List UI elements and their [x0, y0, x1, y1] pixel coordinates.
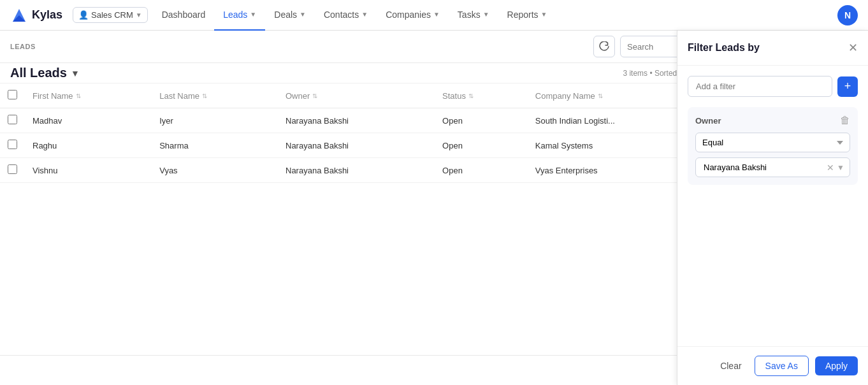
page: LEADS — [0, 31, 868, 385]
header-checkbox-cell[interactable] — [0, 84, 25, 108]
nav-items: Dashboard Leads ▼ Deals ▼ Contacts ▼ Com… — [153, 0, 832, 31]
cell-first-name: Vishnu — [25, 158, 152, 183]
cell-last-name: Iyer — [152, 108, 278, 133]
logo-text: Kylas — [32, 8, 62, 22]
crm-chevron-icon: ▼ — [136, 11, 142, 18]
row-checkbox-cell[interactable] — [0, 133, 25, 158]
logo[interactable]: Kylas — [10, 6, 62, 24]
companies-chevron-icon: ▼ — [433, 11, 440, 18]
col-status-sort-icon[interactable]: ⇅ — [468, 92, 474, 99]
col-status: Status ⇅ — [435, 84, 528, 108]
nav-item-leads[interactable]: Leads ▼ — [214, 0, 265, 31]
filter-section-title: Owner — [695, 116, 721, 126]
reports-chevron-icon: ▼ — [541, 11, 547, 18]
filter-apply-button[interactable]: Apply — [815, 356, 858, 375]
all-leads-label: All Leads — [10, 66, 67, 80]
col-first-name-label: First Name — [33, 91, 73, 101]
add-filter-button[interactable]: + — [837, 76, 858, 97]
select-all-checkbox[interactable] — [8, 90, 17, 99]
nav-item-deals[interactable]: Deals ▼ — [265, 0, 315, 31]
col-owner: Owner ⇅ — [278, 84, 435, 108]
nav-item-reports[interactable]: Reports ▼ — [498, 0, 556, 31]
filter-body: + Owner 🗑 Equal Not Equal ✕ ▼ — [677, 66, 868, 346]
col-company-label: Company Name — [535, 91, 595, 101]
cell-status: Open — [435, 158, 528, 183]
refresh-icon — [599, 41, 609, 52]
add-filter-row: + — [688, 76, 858, 97]
cell-first-name: Madhav — [25, 108, 152, 133]
col-last-name-sort-icon[interactable]: ⇅ — [202, 92, 207, 99]
nav-reports-label: Reports — [507, 10, 539, 20]
filter-clear-button[interactable]: Clear — [714, 357, 748, 375]
nav-dashboard-label: Dashboard — [162, 10, 206, 20]
filter-equal-select[interactable]: Equal Not Equal — [695, 133, 850, 152]
filter-section-owner: Owner 🗑 Equal Not Equal ✕ ▼ — [688, 107, 858, 185]
crm-person-icon: 👤 — [78, 10, 89, 20]
cell-first-name: Raghu — [25, 133, 152, 158]
cell-owner: Narayana Bakshi — [278, 108, 435, 133]
col-owner-sort-icon[interactable]: ⇅ — [312, 92, 317, 99]
row-checkbox-0[interactable] — [8, 115, 17, 124]
deals-chevron-icon: ▼ — [300, 11, 306, 18]
nav-item-dashboard[interactable]: Dashboard — [153, 0, 215, 31]
cell-last-name: Vyas — [152, 158, 278, 183]
logo-icon — [10, 6, 28, 24]
filter-title: Filter Leads by — [688, 42, 760, 54]
col-last-name: Last Name ⇅ — [152, 84, 278, 108]
cell-owner: Narayana Bakshi — [278, 133, 435, 158]
filter-close-button[interactable]: ✕ — [848, 41, 858, 55]
row-checkbox-cell[interactable] — [0, 108, 25, 133]
nav-leads-label: Leads — [223, 10, 247, 20]
col-status-label: Status — [442, 91, 466, 101]
nav-deals-label: Deals — [274, 10, 297, 20]
filter-section-header: Owner 🗑 — [695, 115, 850, 126]
row-checkbox-cell[interactable] — [0, 158, 25, 183]
nav-tasks-label: Tasks — [458, 10, 481, 20]
avatar-initial: N — [844, 10, 851, 20]
tasks-chevron-icon: ▼ — [483, 11, 489, 18]
col-first-name-sort-icon[interactable]: ⇅ — [76, 92, 81, 99]
nav-companies-label: Companies — [386, 10, 431, 20]
row-checkbox-2[interactable] — [8, 164, 17, 174]
cell-last-name: Sharma — [152, 133, 278, 158]
navbar: Kylas 👤 Sales CRM ▼ Dashboard Leads ▼ De… — [0, 0, 868, 31]
nav-item-contacts[interactable]: Contacts ▼ — [315, 0, 377, 31]
all-leads-title[interactable]: All Leads ▼ — [10, 66, 80, 80]
col-company-sort-icon[interactable]: ⇅ — [598, 92, 603, 99]
filter-header: Filter Leads by ✕ — [677, 31, 868, 66]
crm-label: Sales CRM — [91, 10, 133, 20]
row-checkbox-1[interactable] — [8, 140, 17, 149]
filter-value-chevron-icon[interactable]: ▼ — [837, 163, 844, 172]
filter-panel: Filter Leads by ✕ + Owner 🗑 Equal Not Eq… — [677, 31, 868, 385]
cell-status: Open — [435, 108, 528, 133]
nav-item-companies[interactable]: Companies ▼ — [377, 0, 449, 31]
leads-chevron-icon: ▼ — [250, 11, 256, 18]
avatar[interactable]: N — [837, 5, 858, 25]
nav-contacts-label: Contacts — [324, 10, 359, 20]
nav-item-tasks[interactable]: Tasks ▼ — [449, 0, 498, 31]
filter-clear-value-icon[interactable]: ✕ — [827, 163, 834, 173]
section-label: LEADS — [10, 43, 36, 50]
filter-footer: Clear Save As Apply — [677, 346, 868, 385]
col-last-name-label: Last Name — [159, 91, 199, 101]
refresh-button[interactable] — [593, 36, 615, 57]
filter-value-input[interactable] — [701, 158, 827, 177]
filter-value-row: ✕ ▼ — [695, 157, 850, 177]
col-owner-label: Owner — [286, 91, 310, 101]
contacts-chevron-icon: ▼ — [361, 11, 368, 18]
all-leads-chevron-icon: ▼ — [71, 68, 80, 78]
add-filter-input[interactable] — [688, 76, 832, 97]
col-first-name: First Name ⇅ — [25, 84, 152, 108]
filter-delete-button[interactable]: 🗑 — [840, 115, 850, 126]
crm-dropdown[interactable]: 👤 Sales CRM ▼ — [73, 7, 148, 23]
cell-owner: Narayana Bakshi — [278, 158, 435, 183]
filter-save-as-button[interactable]: Save As — [755, 356, 809, 376]
cell-status: Open — [435, 133, 528, 158]
